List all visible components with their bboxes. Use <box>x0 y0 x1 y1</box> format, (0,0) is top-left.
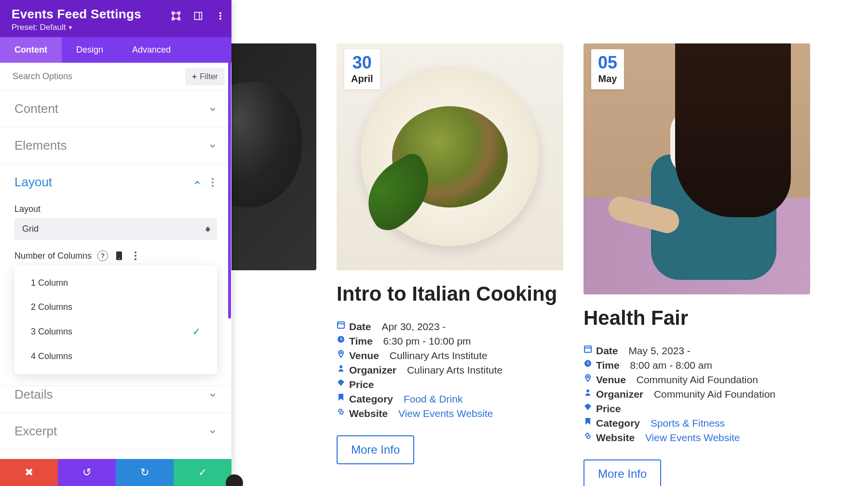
column-option-1[interactable]: 1 Column✓ <box>14 271 217 295</box>
pin-icon <box>337 350 345 358</box>
event-organizer: Culinary Arts Institute <box>407 364 502 376</box>
event-website-link[interactable]: View Events Website <box>645 432 740 444</box>
chevron-down-icon <box>208 141 217 150</box>
event-month: April <box>351 73 373 84</box>
bookmark-icon <box>337 393 345 401</box>
event-category-link[interactable]: Sports & Fitness <box>651 417 725 429</box>
section-content[interactable]: Content <box>0 91 231 127</box>
event-date: Apr 30, 2023 - <box>381 321 446 333</box>
more-info-button[interactable]: More Info <box>583 459 661 486</box>
kebab-menu-icon[interactable] <box>208 178 217 187</box>
section-excerpt[interactable]: Excerpt <box>0 413 231 450</box>
svg-point-17 <box>220 13 221 14</box>
svg-rect-5 <box>584 346 591 352</box>
chevron-down-icon <box>208 390 217 399</box>
tab-advanced[interactable]: Advanced <box>118 37 185 63</box>
section-layout-header[interactable]: Layout <box>0 164 231 200</box>
tag-icon <box>337 379 345 387</box>
clock-icon <box>583 360 592 367</box>
search-row: +Filter <box>0 63 231 91</box>
svg-point-4 <box>339 365 342 368</box>
label-price: Price <box>596 403 621 415</box>
label-venue: Venue <box>349 350 379 361</box>
label-date: Date <box>596 345 618 357</box>
expand-icon[interactable] <box>171 11 181 21</box>
field-label-layout: Layout <box>14 204 217 214</box>
column-option-4[interactable]: 4 Columns✓ <box>14 344 217 368</box>
tag-icon <box>583 403 592 411</box>
column-option-2[interactable]: 2 Columns✓ <box>14 295 217 319</box>
event-image: 05 May <box>583 43 810 294</box>
link-icon <box>583 432 592 440</box>
label-date: Date <box>349 321 371 333</box>
help-icon[interactable]: ? <box>97 250 108 261</box>
undo-button[interactable]: ↺ <box>58 459 116 486</box>
svg-point-21 <box>119 258 120 259</box>
kebab-menu-icon[interactable] <box>130 250 141 261</box>
svg-point-8 <box>587 376 589 378</box>
event-date-badge: 05 May <box>591 49 624 89</box>
event-card: 30 April Intro to Italian Cooking Date A… <box>337 43 563 486</box>
label-website: Website <box>349 408 388 419</box>
calendar-icon <box>583 345 592 353</box>
event-website-link[interactable]: View Events Website <box>398 408 493 419</box>
section-title: Layout <box>14 175 52 190</box>
label-category: Category <box>596 417 640 429</box>
event-date: May 5, 2023 - <box>628 345 690 357</box>
settings-panel: Events Feed Settings Preset: Default▼ Co… <box>0 0 231 486</box>
label-time: Time <box>349 335 373 347</box>
event-time: 6:30 pm - 10:00 pm <box>383 335 471 347</box>
panel-scrollbar[interactable] <box>228 0 231 486</box>
section-layout: Layout Layout Grid Number of Columns ? 1… <box>0 164 231 386</box>
tab-design[interactable]: Design <box>62 37 118 63</box>
event-venue: Cullinary Arts Institute <box>390 350 488 361</box>
events-preview: 30 April Intro to Italian Cooking Date A… <box>231 0 868 486</box>
settings-tabs: Content Design Advanced <box>0 37 231 63</box>
event-details: Date May 5, 2023 - Time 8:00 am - 8:00 a… <box>583 344 810 445</box>
event-venue: Community Aid Foundation <box>637 374 758 386</box>
event-category-link[interactable]: Food & Drink <box>404 393 463 405</box>
section-details[interactable]: Details <box>0 376 231 413</box>
label-price: Price <box>349 379 374 390</box>
section-title: Details <box>14 387 53 402</box>
event-month: May <box>598 73 617 84</box>
tab-content[interactable]: Content <box>0 37 62 63</box>
event-title: Health Fair <box>583 306 810 330</box>
event-time: 8:00 am - 8:00 am <box>630 360 712 371</box>
cancel-button[interactable]: ✖ <box>0 459 58 486</box>
svg-rect-15 <box>195 13 202 20</box>
event-day: 05 <box>598 54 617 71</box>
label-time: Time <box>596 360 620 371</box>
label-venue: Venue <box>596 374 626 386</box>
event-image: 30 April <box>337 43 563 270</box>
section-elements[interactable]: Elements <box>0 127 231 164</box>
clock-icon <box>337 335 345 343</box>
svg-point-19 <box>220 18 221 20</box>
more-info-button[interactable]: More Info <box>337 435 414 464</box>
search-input[interactable] <box>7 68 181 85</box>
dock-icon[interactable] <box>193 11 203 21</box>
save-button[interactable]: ✓ <box>174 459 231 486</box>
chevron-down-icon <box>208 427 217 436</box>
column-option-3[interactable]: 3 Columns✓ <box>14 319 217 344</box>
chevron-down-icon <box>208 105 217 113</box>
filter-button[interactable]: +Filter <box>185 68 225 85</box>
label-category: Category <box>349 393 393 405</box>
calendar-icon <box>337 321 345 329</box>
panel-footer-actions: ✖ ↺ ↻ ✓ <box>0 459 231 486</box>
layout-select[interactable]: Grid <box>14 218 217 240</box>
event-day: 30 <box>351 54 373 71</box>
event-card: 05 May Health Fair Date May 5, 2023 - Ti… <box>583 43 810 486</box>
redo-button[interactable]: ↻ <box>116 459 174 486</box>
preset-selector[interactable]: Preset: Default▼ <box>12 23 220 32</box>
device-icon[interactable] <box>114 250 124 261</box>
kebab-menu-icon[interactable] <box>215 11 226 21</box>
section-title: Content <box>14 101 58 116</box>
link-icon <box>337 408 345 416</box>
event-details: Date Apr 30, 2023 - Time 6:30 pm - 10:00… <box>337 319 563 421</box>
event-title: Intro to Italian Cooking <box>337 282 563 306</box>
panel-header: Events Feed Settings Preset: Default▼ <box>0 0 231 37</box>
label-organizer: Organizer <box>596 389 643 400</box>
svg-point-9 <box>586 389 589 392</box>
person-icon <box>583 389 592 396</box>
